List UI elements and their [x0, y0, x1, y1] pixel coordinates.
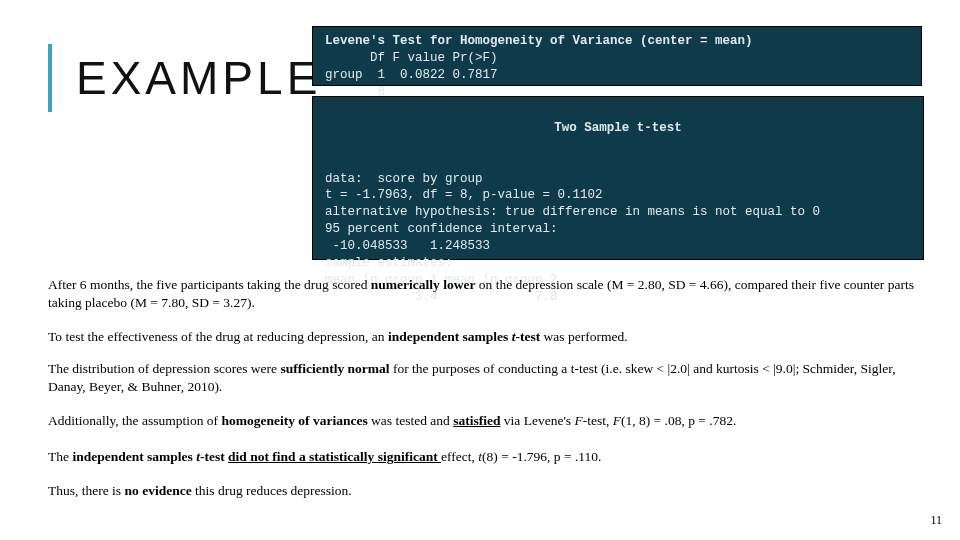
text: via Levene's: [500, 413, 574, 428]
text: -test,: [583, 413, 613, 428]
paragraph-homogeneity: Additionally, the assumption of homogene…: [48, 412, 924, 430]
title-accent-bar: [48, 44, 52, 112]
text: The distribution of depression scores we…: [48, 361, 280, 376]
text-bold: homogeneity of variances: [221, 413, 367, 428]
text-bold: no evidence: [125, 483, 196, 498]
text: Additionally, the assumption of: [48, 413, 221, 428]
ttest-line-ci-label: 95 percent confidence interval:: [325, 222, 558, 236]
text-bold: -test: [200, 449, 228, 464]
text: (8) = -1.796, p = .110.: [482, 449, 601, 464]
page-number: 11: [930, 513, 942, 528]
text-ital: F: [574, 413, 582, 428]
slide: EXAMPLE Levene's Test for Homogeneity of…: [0, 0, 960, 540]
ttest-line-alt: alternative hypothesis: true difference …: [325, 205, 820, 219]
text-bold: -test: [516, 329, 541, 344]
levene-row1: group 1 0.0822 0.7817: [325, 68, 498, 82]
text: The: [48, 449, 72, 464]
text-ital: F: [613, 413, 621, 428]
ttest-line-est-label: sample estimates:: [325, 256, 453, 270]
text: Thus, there is: [48, 483, 125, 498]
paragraph-normality: The distribution of depression scores we…: [48, 360, 924, 396]
ttest-line-ci-values: -10.048533 1.248533: [325, 239, 490, 253]
paragraph-result: The independent samples t-test did not f…: [48, 448, 924, 466]
text: effect,: [441, 449, 478, 464]
text-bold: sufficiently normal: [280, 361, 389, 376]
paragraph-descriptives: After 6 months, the five participants ta…: [48, 276, 924, 312]
text: (1, 8) = .08, p = .782.: [621, 413, 736, 428]
paragraph-conclusion: Thus, there is no evidence this drug red…: [48, 482, 924, 500]
text: After 6 months, the five participants ta…: [48, 277, 371, 292]
levene-col-header: Df F value Pr(>F): [325, 51, 498, 65]
text: this drug reduces depression.: [195, 483, 352, 498]
ttest-line-stats: t = -1.7963, df = 8, p-value = 0.1102: [325, 188, 603, 202]
paragraph-test-performed: To test the effectiveness of the drug at…: [48, 328, 924, 346]
ttest-line-data: data: score by group: [325, 172, 483, 186]
levene-header: Levene's Test for Homogeneity of Varianc…: [325, 34, 753, 48]
text: was tested and: [368, 413, 453, 428]
text-bold-ul: satisfied: [453, 413, 500, 428]
text-bold: independent samples: [72, 449, 196, 464]
text-bold: numerically lower: [371, 277, 476, 292]
text: To test the effectiveness of the drug at…: [48, 329, 388, 344]
title-wrap: EXAMPLE: [48, 44, 321, 112]
text: was performed.: [540, 329, 627, 344]
text-bold-ul: did not find a statistically significant: [228, 449, 441, 464]
page-title: EXAMPLE: [76, 51, 321, 105]
ttest-output-console: Two Sample t-test data: score by group t…: [312, 96, 924, 260]
levene-output-console: Levene's Test for Homogeneity of Varianc…: [312, 26, 922, 86]
text-bold: independent samples: [388, 329, 512, 344]
ttest-title: Two Sample t-test: [325, 120, 911, 137]
